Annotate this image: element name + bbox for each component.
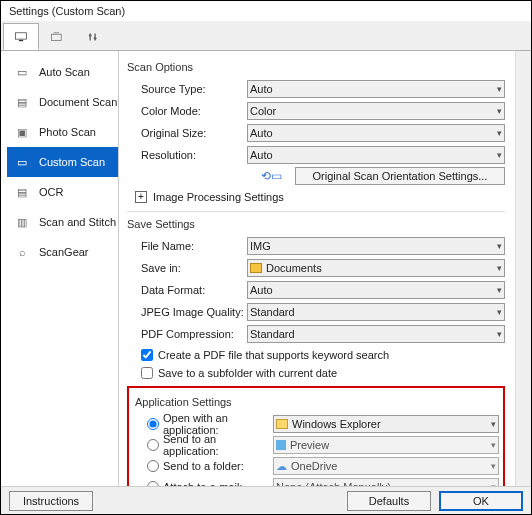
data-format-label: Data Format: (127, 284, 247, 296)
auto-scan-icon: ▭ (13, 65, 31, 79)
svg-point-6 (89, 34, 92, 37)
sidebar-item-label: Photo Scan (39, 126, 96, 138)
source-type-select[interactable]: Auto▾ (247, 80, 505, 98)
content-pane[interactable]: Scan Options Source Type:Auto▾ Color Mod… (119, 51, 515, 486)
radio-send-folder[interactable] (147, 460, 159, 472)
attach-email-select[interactable]: None (Attach Manually)▾ (273, 478, 499, 486)
chevron-down-icon: ▾ (497, 128, 502, 138)
jpeg-quality-select[interactable]: Standard▾ (247, 303, 505, 321)
window-title: Settings (Custom Scan) (1, 1, 531, 21)
section-save-settings: Save Settings (127, 218, 505, 230)
expand-image-processing[interactable]: +Image Processing Settings (127, 191, 505, 203)
defaults-button[interactable]: Defaults (347, 491, 431, 511)
original-size-label: Original Size: (127, 127, 247, 139)
color-mode-select[interactable]: Color▾ (247, 102, 505, 120)
radio-attach-email[interactable] (147, 481, 159, 486)
orientation-settings-button[interactable]: Original Scan Orientation Settings... (295, 167, 505, 185)
plus-icon: + (135, 191, 147, 203)
tab-scan-from-computer[interactable] (3, 23, 39, 50)
sidebar: ▭Auto Scan ▤Document Scan ▣Photo Scan ▭C… (1, 51, 119, 486)
original-size-select[interactable]: Auto▾ (247, 124, 505, 142)
chevron-down-icon: ▾ (497, 263, 502, 273)
sidebar-item-label: Auto Scan (39, 66, 90, 78)
svg-rect-0 (15, 32, 26, 38)
svg-rect-2 (51, 34, 61, 40)
expand-label: Image Processing Settings (153, 191, 284, 203)
documents-folder-icon (250, 263, 262, 273)
sidebar-item-custom-scan[interactable]: ▭Custom Scan (7, 147, 118, 177)
chevron-down-icon: ▾ (497, 241, 502, 251)
footer: Instructions Defaults OK (1, 486, 531, 514)
chevron-down-icon: ▾ (497, 84, 502, 94)
send-app-select[interactable]: Preview▾ (273, 436, 499, 454)
sidebar-item-scangear[interactable]: ⌕ScanGear (7, 237, 118, 267)
pdf-compression-select[interactable]: Standard▾ (247, 325, 505, 343)
sidebar-item-label: Document Scan (39, 96, 117, 108)
chk-subfolder-label: Save to a subfolder with current date (158, 367, 337, 379)
pdf-compression-label: PDF Compression: (127, 328, 247, 340)
radio-send-app[interactable] (147, 439, 159, 451)
vertical-scrollbar[interactable] (515, 51, 531, 486)
tab-general-settings[interactable] (75, 23, 111, 50)
section-scan-options: Scan Options (127, 61, 505, 73)
explorer-icon (276, 419, 288, 429)
save-in-select[interactable]: Documents▾ (247, 259, 505, 277)
ocr-icon: ▤ (13, 185, 31, 199)
chevron-down-icon: ▾ (497, 329, 502, 339)
send-folder-label: Send to a folder: (163, 460, 244, 472)
file-name-label: File Name: (127, 240, 247, 252)
sidebar-item-label: OCR (39, 186, 63, 198)
chevron-down-icon: ▾ (491, 440, 496, 450)
resolution-select[interactable]: Auto▾ (247, 146, 505, 164)
mode-toolbar (1, 21, 531, 51)
sidebar-item-photo-scan[interactable]: ▣Photo Scan (7, 117, 118, 147)
sidebar-item-auto-scan[interactable]: ▭Auto Scan (7, 57, 118, 87)
sidebar-item-document-scan[interactable]: ▤Document Scan (7, 87, 118, 117)
stitch-icon: ▥ (13, 215, 31, 229)
chk-keyword-label: Create a PDF file that supports keyword … (158, 349, 389, 361)
chevron-down-icon: ▾ (497, 285, 502, 295)
jpeg-quality-label: JPEG Image Quality: (127, 306, 247, 318)
chk-subfolder-date[interactable] (141, 367, 153, 379)
application-settings-box: Application Settings Open with an applic… (127, 386, 505, 486)
ok-button[interactable]: OK (439, 491, 523, 511)
send-folder-select[interactable]: ☁OneDrive▾ (273, 457, 499, 475)
chevron-down-icon: ▾ (497, 307, 502, 317)
chk-keyword-pdf[interactable] (141, 349, 153, 361)
chevron-down-icon: ▾ (491, 461, 496, 471)
sidebar-item-ocr[interactable]: ▤OCR (7, 177, 118, 207)
chevron-down-icon: ▾ (491, 482, 496, 486)
save-in-label: Save in: (127, 262, 247, 274)
attach-email-label: Attach to e-mail: (163, 481, 242, 486)
data-format-select[interactable]: Auto▾ (247, 281, 505, 299)
rotate-icon: ⟲▭ (261, 169, 282, 183)
color-mode-label: Color Mode: (127, 105, 247, 117)
radio-open-app[interactable] (147, 418, 159, 430)
sidebar-item-label: Custom Scan (39, 156, 105, 168)
document-scan-icon: ▤ (13, 95, 31, 109)
chevron-down-icon: ▾ (491, 419, 496, 429)
sidebar-item-scan-and-stitch[interactable]: ▥Scan and Stitch (7, 207, 118, 237)
open-app-select[interactable]: Windows Explorer▾ (273, 415, 499, 433)
scangear-icon: ⌕ (13, 245, 31, 259)
photo-scan-icon: ▣ (13, 125, 31, 139)
chevron-down-icon: ▾ (497, 150, 502, 160)
send-app-label: Send to an application: (163, 433, 273, 457)
section-application-settings: Application Settings (133, 396, 499, 408)
svg-point-7 (94, 37, 97, 40)
svg-rect-1 (19, 39, 23, 40)
resolution-label: Resolution: (127, 149, 247, 161)
chevron-down-icon: ▾ (497, 106, 502, 116)
source-type-label: Source Type: (127, 83, 247, 95)
file-name-select[interactable]: IMG▾ (247, 237, 505, 255)
sidebar-item-label: Scan and Stitch (39, 216, 116, 228)
tab-scan-from-panel[interactable] (39, 23, 75, 50)
sidebar-item-label: ScanGear (39, 246, 89, 258)
preview-icon (276, 440, 286, 450)
separator (127, 211, 505, 212)
onedrive-icon: ☁ (276, 460, 287, 473)
custom-scan-icon: ▭ (13, 155, 31, 169)
instructions-button[interactable]: Instructions (9, 491, 93, 511)
